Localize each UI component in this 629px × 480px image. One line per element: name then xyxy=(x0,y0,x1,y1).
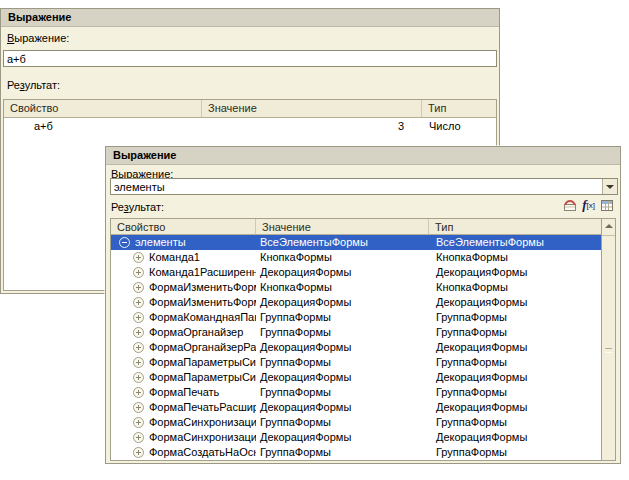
expression-combobox xyxy=(110,178,618,195)
show-value-icon[interactable] xyxy=(563,198,577,214)
expand-icon[interactable] xyxy=(133,342,144,353)
value-cell: ДекорацияФормы xyxy=(256,340,429,355)
expand-icon[interactable] xyxy=(133,402,144,413)
table-body: а+б3Число xyxy=(4,118,496,134)
property-cell: Команда1 xyxy=(111,250,256,265)
table-row[interactable]: ФормаОрганайзерРасш...ДекорацияФормыДеко… xyxy=(111,340,601,355)
property-text: ФормаПараметрыСинхр... xyxy=(149,371,256,383)
property-cell: ФормаИзменитьФорму... xyxy=(111,295,256,310)
arrow-up-icon xyxy=(605,224,613,228)
tree-indent xyxy=(116,410,133,411)
table-header: Свойство Значение Тип xyxy=(111,219,601,235)
expand-icon[interactable] xyxy=(133,267,144,278)
tree-indent xyxy=(116,380,133,381)
table-row[interactable]: ФормаПараметрыСинхр...ДекорацияФормыДеко… xyxy=(111,370,601,385)
property-cell: ФормаКоманднаяПанель xyxy=(111,310,256,325)
expand-icon[interactable] xyxy=(133,387,144,398)
table-row[interactable]: а+б3Число xyxy=(4,118,496,134)
type-cell: ДекорацияФормы xyxy=(429,265,601,280)
expand-icon[interactable] xyxy=(133,447,144,458)
property-cell: ФормаОрганайзер xyxy=(111,325,256,340)
dropdown-button[interactable] xyxy=(602,179,617,194)
column-header-type: Тип xyxy=(422,100,496,117)
type-cell: ДекорацияФормы xyxy=(429,400,601,415)
table-row[interactable]: Команда1РасширеннаяП...ДекорацияФормыДек… xyxy=(111,265,601,280)
value-cell: ДекорацияФормы xyxy=(256,430,429,445)
expression-label: Выражение: xyxy=(7,32,69,44)
property-cell: Команда1РасширеннаяП... xyxy=(111,265,256,280)
column-header-property: Свойство xyxy=(4,100,202,117)
property-text: ФормаПечатьРасширенн... xyxy=(149,401,256,413)
table-row[interactable]: ФормаИзменитьФорму...ДекорацияФормыДекор… xyxy=(111,295,601,310)
tree-indent xyxy=(116,425,133,426)
tree-indent xyxy=(116,335,133,336)
scroll-up-button[interactable] xyxy=(602,219,615,236)
type-cell: ВсеЭлементыФормы xyxy=(429,235,601,250)
tree-indent xyxy=(116,320,133,321)
property-text: ФормаСинхронизацияДа... xyxy=(149,416,256,428)
table-row[interactable]: ФормаКоманднаяПанельГруппаФормыГруппаФор… xyxy=(111,310,601,325)
table-row[interactable]: ФормаСоздатьНаОснов...ГруппаФормыГруппаФ… xyxy=(111,445,601,460)
expand-icon[interactable] xyxy=(133,282,144,293)
column-header-property: Свойство xyxy=(111,219,256,234)
value-cell: КнопкаФормы xyxy=(256,280,429,295)
value-cell: ГруппаФормы xyxy=(256,445,429,460)
property-cell: ФормаСинхронизацияДа... xyxy=(111,430,256,445)
tree-indent xyxy=(116,290,133,291)
table-row[interactable]: ФормаПечатьРасширенн...ДекорацияФормыДек… xyxy=(111,400,601,415)
property-text: ФормаКоманднаяПанель xyxy=(149,311,256,323)
property-text: а+б xyxy=(34,120,53,132)
table-row[interactable]: ФормаПечатьГруппаФормыГруппаФормы xyxy=(111,385,601,400)
expression-input[interactable] xyxy=(3,50,497,67)
value-cell: ГруппаФормы xyxy=(256,325,429,340)
expand-icon[interactable] xyxy=(133,372,144,383)
expand-icon[interactable] xyxy=(133,297,144,308)
result-label: Результат: xyxy=(111,201,164,213)
window-titlebar[interactable]: Выражение xyxy=(1,9,499,27)
result-table: Свойство Значение Тип элементыВсеЭлемент… xyxy=(110,218,616,461)
property-text: элементы xyxy=(135,236,186,248)
table-row[interactable]: элементыВсеЭлементыФормыВсеЭлементыФормы xyxy=(111,235,601,250)
property-cell: а+б xyxy=(4,118,202,134)
table-row[interactable]: ФормаСинхронизацияДа...ДекорацияФормыДек… xyxy=(111,430,601,445)
expand-icon[interactable] xyxy=(133,327,144,338)
window-titlebar[interactable]: Выражение xyxy=(106,147,620,165)
tree-indent xyxy=(116,395,133,396)
result-label-text: ультат: xyxy=(25,79,60,91)
tree-indent xyxy=(116,365,133,366)
property-text: ФормаИзменитьФорму... xyxy=(149,296,256,308)
table-body: элементыВсеЭлементыФормыВсеЭлементыФормы… xyxy=(111,235,601,460)
value-cell: ГруппаФормы xyxy=(256,310,429,325)
property-text: ФормаПараметрыСинхр... xyxy=(149,356,256,368)
scrollbar-thumb[interactable] xyxy=(602,235,615,460)
expression-input[interactable] xyxy=(111,179,617,194)
type-cell: ГруппаФормы xyxy=(429,310,601,325)
fx-function-icon[interactable]: f[x] xyxy=(582,198,595,213)
vertical-scrollbar[interactable] xyxy=(601,219,615,460)
property-text: ФормаИзменитьФорму xyxy=(149,281,256,293)
table-row[interactable]: ФормаОрганайзерГруппаФормыГруппаФормы xyxy=(111,325,601,340)
type-cell: КнопкаФормы xyxy=(429,280,601,295)
property-text: ФормаОрганайзер xyxy=(149,326,243,338)
type-cell: ГруппаФормы xyxy=(429,415,601,430)
expand-icon[interactable] xyxy=(133,432,144,443)
value-cell: ВсеЭлементыФормы xyxy=(256,235,429,250)
value-cell: ДекорацияФормы xyxy=(256,265,429,280)
column-header-value: Значение xyxy=(202,100,422,117)
window-title: Выражение xyxy=(113,149,176,161)
property-text: ФормаОрганайзерРасш... xyxy=(149,341,256,353)
table-row[interactable]: ФормаСинхронизацияДа...ГруппаФормыГруппа… xyxy=(111,415,601,430)
table-row[interactable]: ФормаПараметрыСинхр...ГруппаФормыГруппаФ… xyxy=(111,355,601,370)
scrollbar-grip xyxy=(605,348,612,353)
value-cell: ГруппаФормы xyxy=(256,415,429,430)
expand-icon[interactable] xyxy=(133,312,144,323)
table-row[interactable]: Команда1КнопкаФормыКнопкаФормы xyxy=(111,250,601,265)
value-cell: ГруппаФормы xyxy=(256,355,429,370)
expand-icon[interactable] xyxy=(133,252,144,263)
expand-icon[interactable] xyxy=(133,417,144,428)
expand-icon[interactable] xyxy=(133,357,144,368)
show-table-icon[interactable] xyxy=(600,198,614,214)
value-cell: ГруппаФормы xyxy=(256,385,429,400)
collapse-icon[interactable] xyxy=(119,237,130,248)
table-row[interactable]: ФормаИзменитьФормуКнопкаФормыКнопкаФормы xyxy=(111,280,601,295)
